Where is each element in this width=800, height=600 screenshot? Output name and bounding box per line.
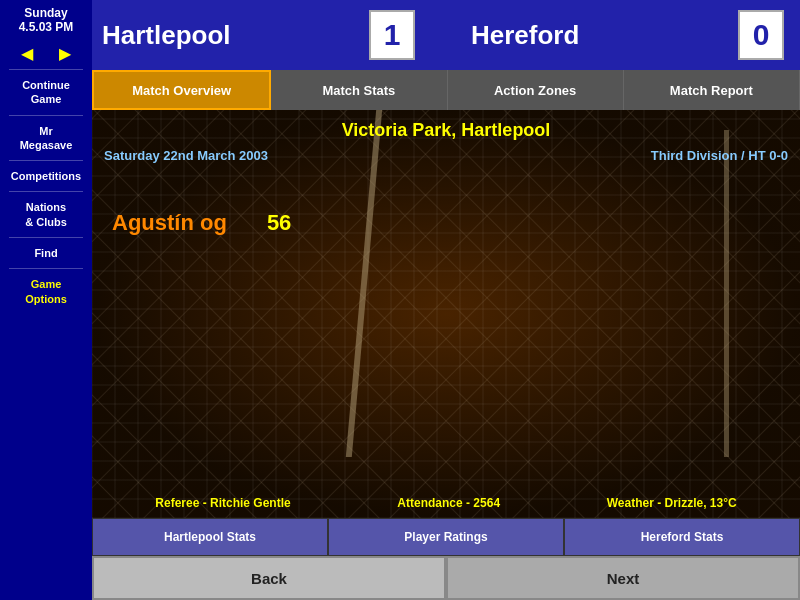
- attendance-info: Attendance - 2564: [397, 496, 500, 510]
- away-score-spacer: [449, 10, 455, 60]
- divider-1: [9, 69, 83, 70]
- back-button[interactable]: Back: [92, 556, 446, 600]
- match-division: Third Division / HT 0-0: [651, 148, 788, 163]
- goal-event: Agustín og 56: [112, 210, 291, 236]
- divider-3: [9, 160, 83, 161]
- referee-info: Referee - Ritchie Gentle: [155, 496, 290, 510]
- tabs: Match Overview Match Stats Action Zones …: [92, 70, 800, 110]
- next-button[interactable]: Next: [446, 556, 800, 600]
- home-score: 1: [369, 10, 415, 60]
- nations-clubs-button[interactable]: Nations & Clubs: [0, 194, 92, 235]
- scoreboard: Hartlepool 1 Hereford 0: [92, 0, 800, 70]
- match-content: Victoria Park, Hartlepool Saturday 22nd …: [92, 110, 800, 518]
- find-label: Find: [34, 247, 57, 259]
- away-team-name-spacer: [427, 10, 437, 60]
- sidebar-date: Sunday: [24, 6, 67, 20]
- nav-arrows: ◀ ▶: [0, 40, 92, 67]
- hereford-stats-button[interactable]: Hereford Stats: [564, 518, 800, 556]
- tab-match-stats[interactable]: Match Stats: [271, 70, 447, 110]
- competitions-label: Competitions: [11, 170, 81, 182]
- hartlepool-stats-button[interactable]: Hartlepool Stats: [92, 518, 328, 556]
- post-right: [724, 130, 729, 456]
- continue-game-button[interactable]: Continue Game: [0, 72, 92, 113]
- divider-6: [9, 268, 83, 269]
- main-content: Hartlepool 1 Hereford 0 Match Overview M…: [92, 0, 800, 600]
- stats-bar: Hartlepool Stats Player Ratings Hereford…: [92, 518, 800, 556]
- net-diagonal: [92, 110, 800, 518]
- sidebar: Sunday 4.5.03 PM ◀ ▶ Continue Game Mr Me…: [0, 0, 92, 600]
- weather-info: Weather - Drizzle, 13°C: [607, 496, 737, 510]
- competitions-button[interactable]: Competitions: [0, 163, 92, 189]
- find-button[interactable]: Find: [0, 240, 92, 266]
- date-display: Sunday 4.5.03 PM: [0, 0, 92, 40]
- divider-4: [9, 191, 83, 192]
- prev-arrow[interactable]: ◀: [21, 44, 33, 63]
- home-team-name: Hartlepool: [102, 20, 363, 51]
- save-game-button[interactable]: Mr Megasave: [0, 118, 92, 159]
- divider-2: [9, 115, 83, 116]
- sidebar-time: 4.5.03 PM: [19, 20, 74, 34]
- match-date: Saturday 22nd March 2003: [104, 148, 268, 163]
- goal-scorer: Agustín og: [112, 210, 227, 236]
- player-ratings-button[interactable]: Player Ratings: [328, 518, 564, 556]
- tab-match-report[interactable]: Match Report: [624, 70, 800, 110]
- venue-name: Victoria Park, Hartlepool: [92, 120, 800, 141]
- tab-match-overview[interactable]: Match Overview: [92, 70, 271, 110]
- goal-minute: 56: [267, 210, 291, 236]
- match-info-bar: Referee - Ritchie Gentle Attendance - 25…: [92, 496, 800, 510]
- game-options-button[interactable]: Game Options: [0, 271, 92, 312]
- away-score: 0: [738, 10, 784, 60]
- tab-action-zones[interactable]: Action Zones: [448, 70, 624, 110]
- bottom-nav: Back Next: [92, 556, 800, 600]
- divider-5: [9, 237, 83, 238]
- away-team-name: Hereford: [461, 20, 732, 51]
- next-arrow[interactable]: ▶: [59, 44, 71, 63]
